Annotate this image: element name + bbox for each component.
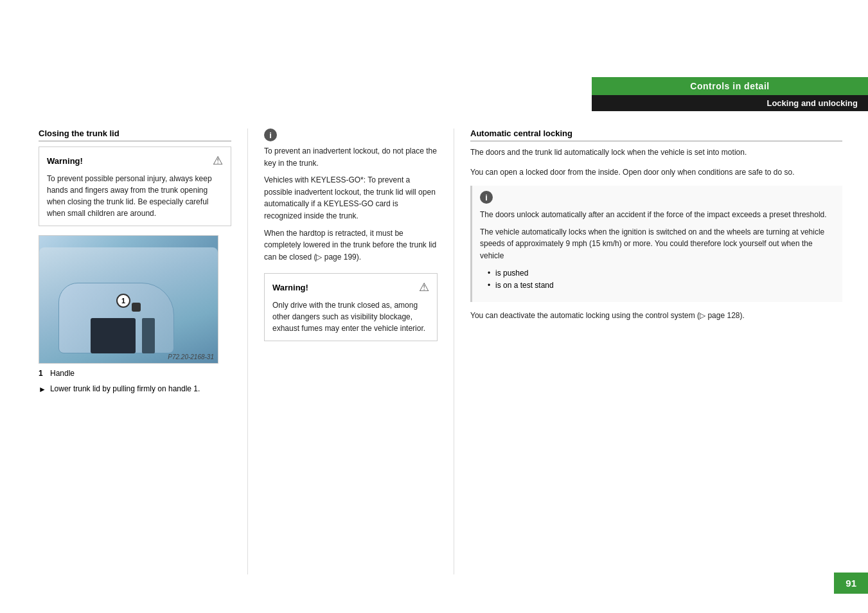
header-section-title: Controls in detail [592,77,868,95]
info-para-1: To prevent an inadvertent lockout, do no… [264,145,438,169]
info-block-1: i To prevent an inadvertent lockout, do … [264,129,438,263]
legend-number-1: 1 [39,369,48,378]
handle-marker-1: 1 [116,294,130,308]
warning-box-2: Warning! ⚠ Only drive with the trunk clo… [264,273,438,341]
warning-label-1: Warning! [47,156,83,166]
warning-triangle-icon-2: ⚠ [419,280,429,294]
bullet-list: is pushed is on a test stand [488,267,835,292]
right-info-para-1: The doors unlock automatically after an … [480,209,835,221]
image-caption: P72.20-2168-31 [168,353,214,360]
warning-triangle-icon-1: ⚠ [213,154,223,168]
main-content: Closing the trunk lid Warning! ⚠ To prev… [39,129,842,574]
action-arrow-icon: ► [39,384,46,395]
warning-text-1: To prevent possible personal injury, alw… [47,173,223,219]
right-info-header: i [480,191,835,204]
right-para-1: The doors and the trunk lid automaticall… [470,147,842,159]
right-info-box: i The doors unlock automatically after a… [470,186,842,302]
right-column: Automatic central locking The doors and … [457,129,842,574]
info-circle-icon-2: i [480,191,493,204]
header-subsection-title: Locking and unlocking [592,95,868,111]
info-header-1: i [264,129,438,141]
page: Controls in detail Locking and unlocking… [0,0,868,613]
right-para-2: You can open a locked door from the insi… [470,166,842,179]
right-info-text: The doors unlock automatically after an … [480,209,835,262]
info-para-2: Vehicles with KEYLESS-GO*: To prevent a … [264,174,438,222]
warning-text-2: Only drive with the trunk closed as, amo… [272,299,429,334]
info-text-1: To prevent an inadvertent lockout, do no… [264,145,438,263]
auto-locking-title: Automatic central locking [470,129,842,141]
info-circle-icon-1: i [264,129,277,141]
warning-header-2: Warning! ⚠ [272,280,429,294]
right-info-para-2: The vehicle automatically locks when the… [480,226,835,262]
warning-box-1: Warning! ⚠ To prevent possible personal … [39,147,231,226]
warning-header-1: Warning! ⚠ [47,154,223,168]
bullet-item-1: is pushed [488,267,835,280]
trunk-image: 1 P72.20-2168-31 [39,235,218,364]
legend-label-1: Handle [50,369,75,378]
action-text-1: Lower trunk lid by pulling firmly on han… [50,383,200,395]
bullet-item-2: is on a test stand [488,280,835,292]
middle-column: i To prevent an inadvertent lockout, do … [251,129,450,574]
header-bar: Controls in detail Locking and unlocking [592,77,868,111]
right-para-3: You can deactivate the automatic locking… [470,310,842,322]
left-column: Closing the trunk lid Warning! ⚠ To prev… [39,129,244,574]
divider-mid-right [454,129,454,574]
info-para-3: When the hardtop is retracted, it must b… [264,227,438,263]
legend-item-1: 1 Handle [39,369,231,378]
divider-left-mid [247,129,248,574]
action-item-1: ► Lower trunk lid by pulling firmly on h… [39,383,231,395]
closing-trunk-title: Closing the trunk lid [39,129,231,141]
warning-label-2: Warning! [272,283,308,292]
page-number: 91 [834,573,868,594]
